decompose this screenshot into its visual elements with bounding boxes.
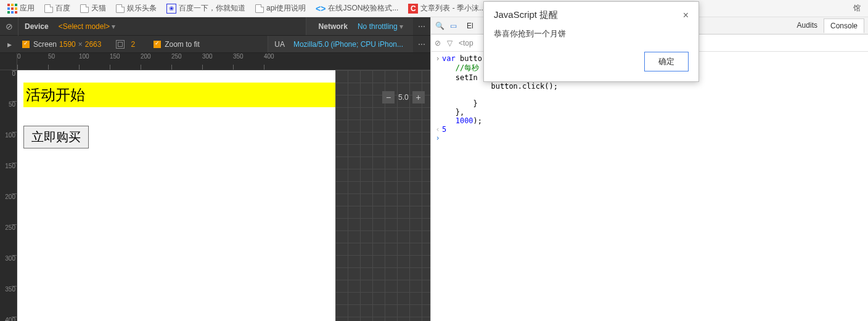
device-label: Device — [18, 22, 55, 31]
main-area: ⊘ Device <Select model> ▾ Network No thr… — [0, 17, 868, 321]
file-icon — [80, 4, 89, 13]
screen-checkbox[interactable] — [22, 41, 30, 48]
activity-title: 活动开始 — [23, 83, 337, 107]
tab-console[interactable]: Console — [824, 18, 864, 33]
network-section: Network No throttling ▾ — [306, 17, 413, 35]
screen-label: Screen — [33, 40, 57, 49]
ruler-vertical: 0 50 100 150 200 250 300 350 400 — [0, 70, 17, 321]
screen-width[interactable]: 1590 — [57, 40, 78, 49]
console-prompt-caret: › — [433, 134, 442, 142]
js-alert-dialog: JavaScript 提醒 × 恭喜你抢到一个月饼 确定 — [483, 1, 699, 82]
bookmark-guan[interactable]: 馆 — [850, 2, 864, 15]
file-icon — [44, 4, 53, 13]
alert-message: 恭喜你抢到一个月饼 — [484, 26, 698, 52]
bookmark-api-docs[interactable]: api使用说明 — [252, 2, 309, 15]
device-mode-icon[interactable]: ▭ — [447, 22, 459, 30]
bookmark-json-validator[interactable]: <>在线JSON校验格式... — [312, 2, 402, 15]
clear-icon[interactable]: ⊘ — [0, 17, 18, 36]
emulated-page: 活动开始 立即购买 — [23, 83, 337, 148]
file-icon — [116, 4, 125, 13]
network-label: Network — [313, 22, 354, 31]
ruler-horizontal: 0 50 100 150 200 250 300 350 400 — [17, 53, 430, 70]
alert-title: JavaScript 提醒 — [494, 9, 558, 21]
json-icon: <> — [316, 4, 326, 14]
dpr-value[interactable]: 2 — [128, 40, 137, 49]
zoom-checkbox[interactable] — [154, 41, 161, 48]
clear-console-icon[interactable]: ⊘ — [435, 39, 441, 47]
ua-value[interactable]: Mozilla/5.0 (iPhone; CPU iPhon... — [290, 40, 407, 49]
console-body[interactable]: ›var butto //每秒 setIn button.click(); } … — [431, 52, 868, 321]
file-icon — [255, 4, 264, 13]
buy-now-button[interactable]: 立即购买 — [23, 126, 89, 148]
dimension-separator: × — [78, 40, 83, 49]
bookmark-baidu-know[interactable]: ❀百度一下，你就知道 — [163, 2, 249, 15]
device-toolbar: ⊘ Device <Select model> ▾ Network No thr… — [0, 17, 430, 36]
more-icon[interactable]: ⋯ — [413, 22, 430, 31]
chevron-down-icon: ▾ — [399, 22, 403, 31]
throttling-dropdown[interactable]: No throttling ▾ — [354, 22, 407, 31]
context-selector[interactable]: <top — [459, 39, 473, 47]
ruler-corner — [0, 53, 17, 70]
apps-button[interactable]: 应用 — [4, 2, 38, 15]
zoom-controls: − 5.0 + — [382, 91, 425, 104]
more-icon[interactable]: ⋯ — [413, 40, 430, 49]
drawer-toggle-icon[interactable]: ▸ — [0, 35, 18, 54]
bookmark-articles[interactable]: C文章列表 - 季小沫... — [404, 2, 489, 15]
zoom-out-button[interactable]: − — [382, 91, 395, 104]
apps-label: 应用 — [20, 3, 35, 14]
tab-elements[interactable]: El — [461, 19, 480, 33]
alert-ok-button[interactable]: 确定 — [644, 52, 689, 71]
bookmarks-bar: 应用 百度 天猫 娱乐头条 ❀百度一下，你就知道 api使用说明 <>在线JSO… — [0, 0, 868, 17]
search-icon[interactable]: 🔍 — [433, 22, 446, 30]
baidu-icon: ❀ — [166, 4, 176, 14]
bookmark-baidu[interactable]: 百度 — [41, 2, 74, 15]
bookmark-tmall[interactable]: 天猫 — [76, 2, 110, 15]
tab-audits[interactable]: Audits — [791, 18, 824, 33]
chevron-down-icon: ▾ — [112, 22, 115, 31]
zoom-in-button[interactable]: + — [412, 91, 425, 104]
zoom-value: 5.0 — [398, 93, 409, 102]
ua-section: UA Mozilla/5.0 (iPhone; CPU iPhon... — [268, 36, 413, 52]
device-emulation-panel: ⊘ Device <Select model> ▾ Network No thr… — [0, 17, 430, 321]
zoom-label: Zoom to fit — [165, 40, 200, 49]
device-toolbar-2: ▸ Screen 1590 × 2663 2 Zoom to fit UA Mo… — [0, 36, 430, 53]
select-model-dropdown[interactable]: <Select model> ▾ — [55, 22, 120, 31]
close-icon[interactable]: × — [683, 10, 689, 21]
screen-height[interactable]: 2663 — [83, 40, 104, 49]
ua-label: UA — [274, 40, 290, 49]
c-icon: C — [408, 4, 418, 14]
apps-icon — [7, 4, 17, 14]
bookmark-entertainment[interactable]: 娱乐头条 — [112, 2, 160, 15]
console-input-caret: › — [433, 54, 442, 63]
filter-icon[interactable]: ▽ — [447, 39, 452, 47]
console-output-caret: ‹ — [433, 125, 442, 134]
grid-background — [335, 70, 430, 321]
rotate-icon[interactable] — [116, 40, 125, 49]
